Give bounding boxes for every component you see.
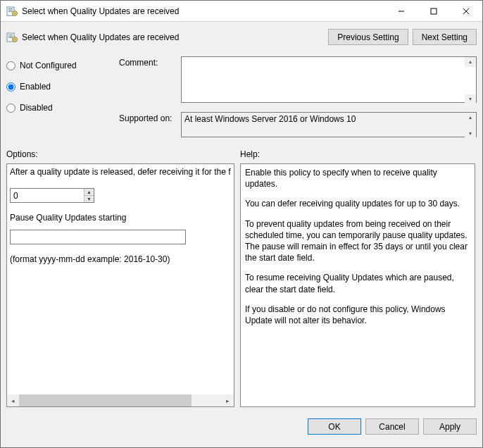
svg-rect-7	[431, 8, 437, 14]
scroll-down-icon[interactable]: ▾	[465, 94, 476, 104]
radio-enabled[interactable]: Enabled	[6, 82, 112, 92]
scroll-thumb[interactable]	[19, 394, 192, 406]
options-label: Options:	[6, 149, 234, 159]
maximize-button[interactable]	[418, 1, 450, 21]
radio-disabled[interactable]: Disabled	[6, 103, 112, 113]
close-button[interactable]	[450, 1, 482, 21]
help-paragraph: You can defer receiving quality updates …	[245, 198, 470, 209]
defer-days-spinner[interactable]: ▲ ▼	[10, 188, 94, 203]
defer-days-input[interactable]	[11, 189, 84, 202]
svg-rect-11	[8, 35, 13, 35]
help-paragraph: To resume receiving Quality Updates whic…	[245, 272, 470, 294]
svg-rect-5	[14, 13, 15, 13]
help-pane: Enable this policy to specify when to re…	[240, 163, 475, 407]
scroll-right-icon[interactable]: ▸	[222, 394, 234, 406]
scroll-down-icon[interactable]: ▾	[465, 129, 476, 139]
gpo-icon	[6, 32, 18, 43]
footer: OK Cancel Apply	[1, 413, 482, 440]
cancel-button[interactable]: Cancel	[365, 418, 419, 435]
spinner-down-icon[interactable]: ▼	[84, 196, 94, 202]
pause-date-input[interactable]	[10, 230, 186, 244]
window-title: Select when Quality Updates are received	[22, 6, 385, 16]
format-hint: (format yyyy-mm-dd example: 2016-10-30)	[10, 254, 231, 264]
previous-setting-button[interactable]: Previous Setting	[328, 29, 408, 45]
svg-rect-12	[8, 36, 13, 37]
help-paragraph: To prevent quality updates from being re…	[245, 218, 470, 264]
minimize-button[interactable]	[385, 1, 418, 21]
svg-rect-3	[8, 11, 13, 12]
svg-rect-15	[14, 39, 15, 39]
title-bar: Select when Quality Updates are received	[1, 1, 482, 22]
radio-enabled-label: Enabled	[20, 82, 51, 92]
horizontal-scrollbar[interactable]: ◂ ▸	[7, 394, 234, 406]
gpo-icon	[6, 6, 18, 17]
radio-disabled-input[interactable]	[6, 104, 15, 113]
pause-updates-label: Pause Quality Updates starting	[10, 213, 231, 223]
comment-label: Comment:	[119, 56, 175, 68]
svg-rect-1	[8, 8, 13, 9]
next-setting-button[interactable]: Next Setting	[413, 29, 477, 45]
svg-rect-2	[8, 10, 13, 11]
radio-enabled-input[interactable]	[6, 82, 15, 92]
apply-button[interactable]: Apply	[423, 418, 477, 435]
comment-textarea[interactable]	[181, 56, 477, 103]
svg-rect-13	[8, 37, 13, 38]
help-paragraph: Enable this policy to specify when to re…	[245, 167, 470, 189]
radio-disabled-label: Disabled	[20, 103, 53, 113]
scroll-up-icon[interactable]: ▴	[465, 57, 476, 67]
help-label: Help:	[240, 149, 475, 159]
scroll-up-icon[interactable]: ▴	[465, 113, 476, 123]
ok-button[interactable]: OK	[308, 418, 361, 435]
supported-label: Supported on:	[119, 112, 175, 123]
radio-not-configured-input[interactable]	[6, 61, 15, 70]
page-title: Select when Quality Updates are received	[22, 32, 179, 42]
spinner-up-icon[interactable]: ▲	[84, 189, 94, 196]
defer-days-label: After a quality update is released, defe…	[10, 167, 231, 177]
radio-not-configured-label: Not Configured	[20, 61, 77, 70]
options-pane: After a quality update is released, defe…	[6, 163, 234, 407]
radio-not-configured[interactable]: Not Configured	[6, 61, 112, 70]
scroll-left-icon[interactable]: ◂	[7, 394, 19, 406]
help-paragraph: If you disable or do not configure this …	[245, 304, 470, 326]
supported-on-text	[181, 112, 477, 137]
